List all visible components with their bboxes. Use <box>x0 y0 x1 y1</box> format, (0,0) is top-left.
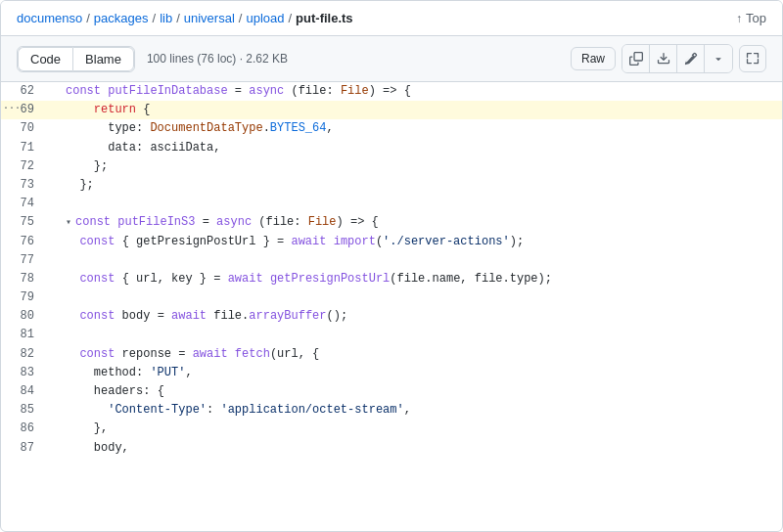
line-code: ▾const putFileInS3 = async (file: File) … <box>50 213 782 232</box>
table-row: 72 }; <box>1 157 782 176</box>
line-code: 'Content-Type': 'application/octet-strea… <box>50 401 782 420</box>
line-number: 83 <box>1 364 50 382</box>
line-code: }; <box>50 157 782 176</box>
line-number: 80 <box>1 307 50 326</box>
line-code: const { getPresignPostUrl } = await impo… <box>50 233 782 251</box>
table-row: 85 'Content-Type': 'application/octet-st… <box>1 401 782 420</box>
copy-icon-button[interactable] <box>622 45 650 72</box>
table-row: 73 }; <box>1 176 782 195</box>
breadcrumb-upload[interactable]: upload <box>246 11 284 25</box>
code-tab[interactable]: Code <box>18 47 72 71</box>
edit-icon <box>684 52 698 66</box>
toolbar-right: Raw <box>571 44 766 73</box>
line-code: const reponse = await fetch(url, { <box>50 345 782 364</box>
chevron-down-icon <box>713 53 724 65</box>
sep1: / <box>86 11 90 25</box>
top-arrow-icon: ↑ <box>736 12 742 25</box>
table-row: 80 const body = await file.arrayBuffer()… <box>1 307 782 326</box>
chevron-down-icon-button[interactable] <box>705 45 732 72</box>
download-icon-button[interactable] <box>650 45 677 72</box>
line-number: 77 <box>1 251 50 270</box>
code-area: 62 const putFileInDatabase = async (file… <box>1 82 782 458</box>
sep2: / <box>153 11 157 25</box>
table-row: 70 type: DocumentDataType.BYTES_64, <box>1 119 782 138</box>
toolbar: Code Blame 100 lines (76 loc) · 2.62 KB … <box>1 36 782 82</box>
top-label: Top <box>746 11 766 25</box>
line-code <box>50 326 782 344</box>
breadcrumb-bar: documenso / packages / lib / universal /… <box>1 1 782 36</box>
table-row: 71 data: asciiData, <box>1 139 782 157</box>
line-code <box>50 195 782 213</box>
line-number: 76 <box>1 233 50 251</box>
copy-icon <box>629 52 643 66</box>
table-row: 82 const reponse = await fetch(url, { <box>1 345 782 364</box>
table-row: 87 body, <box>1 439 782 458</box>
file-meta: 100 lines (76 loc) · 2.62 KB <box>147 52 288 66</box>
line-number: 84 <box>1 382 50 401</box>
line-number: 72 <box>1 157 50 176</box>
sep4: / <box>239 11 243 25</box>
expand-icon-button[interactable] <box>739 45 766 72</box>
line-number: 70 <box>1 119 50 138</box>
line-number: 73 <box>1 176 50 195</box>
table-row: 84 headers: { <box>1 382 782 401</box>
table-row: 77 <box>1 251 782 270</box>
line-number: 62 <box>1 82 50 101</box>
line-number: 79 <box>1 288 50 307</box>
line-number: 85 <box>1 401 50 420</box>
table-row: 79 <box>1 288 782 307</box>
table-row: 75 ▾const putFileInS3 = async (file: Fil… <box>1 213 782 232</box>
line-code: const { url, key } = await getPresignPos… <box>50 270 782 288</box>
line-code <box>50 251 782 270</box>
breadcrumb-universal[interactable]: universal <box>184 11 235 25</box>
line-code: type: DocumentDataType.BYTES_64, <box>50 119 782 138</box>
top-link[interactable]: ↑ Top <box>736 11 766 25</box>
code-table: 62 const putFileInDatabase = async (file… <box>1 82 782 458</box>
line-code: return { <box>50 101 782 119</box>
sep5: / <box>288 11 292 25</box>
line-number: 74 <box>1 195 50 213</box>
line-number: 71 <box>1 139 50 157</box>
table-row: 62 const putFileInDatabase = async (file… <box>1 82 782 101</box>
fold-icon[interactable]: ▾ <box>66 215 71 231</box>
sep3: / <box>176 11 180 25</box>
table-row: 76 const { getPresignPostUrl } = await i… <box>1 233 782 251</box>
line-code: }, <box>50 420 782 438</box>
table-row: 74 <box>1 195 782 213</box>
edit-icon-button[interactable] <box>677 45 705 72</box>
line-number: 87 <box>1 439 50 458</box>
line-number: 78 <box>1 270 50 288</box>
line-number: 86 <box>1 420 50 438</box>
line-code: const putFileInDatabase = async (file: F… <box>50 82 782 101</box>
toolbar-left: Code Blame 100 lines (76 loc) · 2.62 KB <box>17 46 288 72</box>
line-code: headers: { <box>50 382 782 401</box>
breadcrumb-filename: put-file.ts <box>296 11 353 25</box>
code-blame-group: Code Blame <box>17 46 135 72</box>
breadcrumb-packages[interactable]: packages <box>94 11 149 25</box>
line-code: body, <box>50 439 782 458</box>
line-number: 75 <box>1 213 50 232</box>
breadcrumb: documenso / packages / lib / universal /… <box>17 11 353 25</box>
breadcrumb-lib[interactable]: lib <box>160 11 172 25</box>
table-row: 86 }, <box>1 420 782 438</box>
line-code: data: asciiData, <box>50 139 782 157</box>
table-row: 78 const { url, key } = await getPresign… <box>1 270 782 288</box>
line-number: 82 <box>1 345 50 364</box>
table-row: 81 <box>1 326 782 344</box>
breadcrumb-repo[interactable]: documenso <box>17 11 82 25</box>
line-number: 81 <box>1 326 50 344</box>
line-number: ··· 69 <box>1 101 50 119</box>
main-container: documenso / packages / lib / universal /… <box>0 0 783 532</box>
line-code: }; <box>50 176 782 195</box>
action-icon-group <box>622 44 733 73</box>
table-row: ··· 69 return { <box>1 101 782 119</box>
expand-icon <box>746 52 760 66</box>
line-code: method: 'PUT', <box>50 364 782 382</box>
raw-button[interactable]: Raw <box>571 47 616 70</box>
line-code: const body = await file.arrayBuffer(); <box>50 307 782 326</box>
fold-dots: ··· <box>3 101 21 116</box>
download-icon <box>657 52 670 66</box>
line-code <box>50 288 782 307</box>
blame-tab[interactable]: Blame <box>72 47 134 71</box>
table-row: 83 method: 'PUT', <box>1 364 782 382</box>
